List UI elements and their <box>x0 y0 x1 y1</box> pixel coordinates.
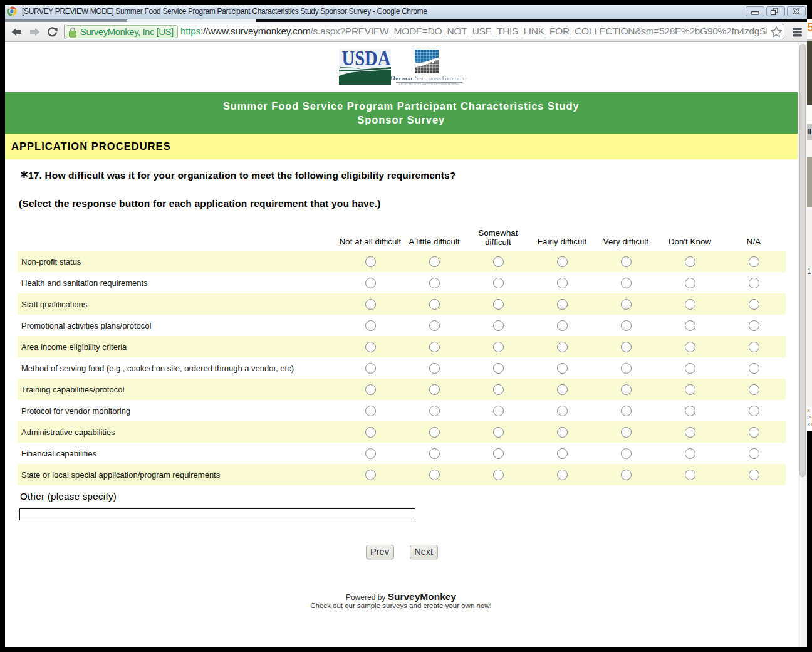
svg-text:USDA: USDA <box>342 49 391 70</box>
